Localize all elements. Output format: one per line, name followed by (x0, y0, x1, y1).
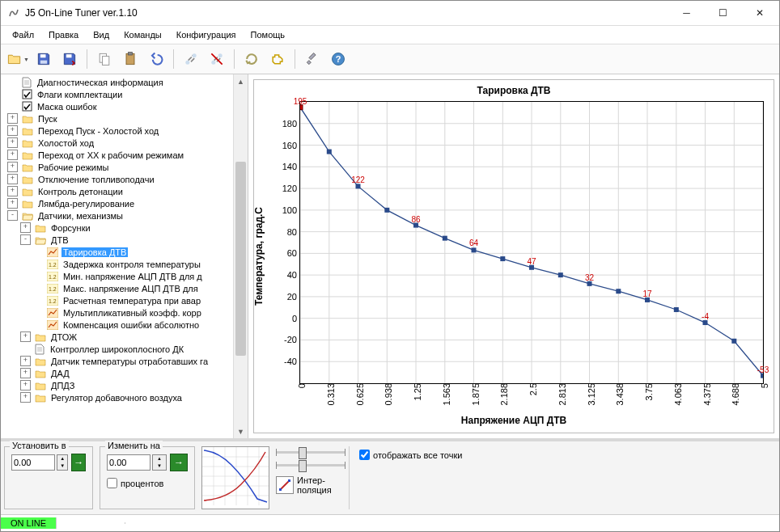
folder-icon (21, 113, 34, 125)
scroll-up-icon[interactable]: ▲ (234, 74, 248, 88)
expand-icon[interactable]: + (7, 150, 18, 160)
tree-view[interactable]: Диагностическая информацияФлаги комплект… (1, 74, 248, 438)
tree-item[interactable]: +Регулятор добавочного воздуха (7, 391, 248, 403)
set-spinner[interactable]: ▲▼ (57, 454, 68, 471)
refresh-button[interactable] (240, 47, 264, 71)
set-input[interactable] (11, 454, 55, 471)
expand-icon[interactable]: + (7, 198, 18, 209)
expand-icon[interactable]: - (7, 210, 18, 221)
disconnect-button[interactable] (205, 47, 229, 71)
tree-item[interactable]: +Переход Пуск - Холостой ход (7, 125, 248, 137)
page-icon (33, 344, 46, 355)
tools-button[interactable] (300, 47, 324, 71)
tree-scrollbar[interactable]: ▲ ▼ (233, 74, 248, 438)
menu-config[interactable]: Конфигурация (170, 28, 243, 41)
folder-icon (21, 162, 34, 173)
folder-icon (34, 392, 47, 403)
save-as-button[interactable] (57, 47, 82, 71)
paste-button[interactable] (118, 47, 142, 71)
tree-item[interactable]: Флаги комплектации (7, 88, 248, 100)
tree-item[interactable]: +Контроль детонации (7, 185, 248, 197)
expand-icon[interactable]: + (7, 174, 18, 184)
chart-plot[interactable]: -40-2002040608010012014016018000.3130.62… (299, 101, 764, 384)
close-button[interactable]: ✕ (741, 2, 778, 25)
tree-item[interactable]: 1.2Расчетная температура при авар (7, 294, 248, 306)
tree-item[interactable]: +Форсунки (7, 222, 248, 234)
chart-icon (46, 247, 59, 258)
menu-view[interactable]: Вид (87, 28, 116, 41)
showall-checkbox-row[interactable]: отображать все точки (359, 450, 462, 460)
expand-icon[interactable]: + (7, 137, 18, 148)
expand-icon[interactable]: + (7, 186, 18, 196)
change-spinner[interactable]: ▲▼ (152, 454, 167, 471)
scroll-down-icon[interactable]: ▼ (234, 424, 248, 438)
tree-item[interactable]: -ДТВ (7, 234, 248, 246)
expand-icon[interactable]: + (20, 356, 31, 366)
help-button[interactable]: ? (326, 47, 350, 71)
expand-icon[interactable]: + (20, 222, 31, 233)
showall-checkbox[interactable] (359, 450, 370, 460)
expand-icon[interactable]: + (20, 380, 31, 391)
expand-icon[interactable]: + (7, 162, 18, 172)
tree-label: ДПДЗ (49, 381, 76, 391)
menu-help[interactable]: Помощь (244, 28, 292, 41)
expand-icon[interactable]: + (7, 113, 18, 124)
tree-item[interactable]: Контроллер широкоплосного ДК (7, 343, 248, 355)
tree-item[interactable]: 1.2Макс. напряжение АЦП ДТВ для (7, 282, 248, 294)
expand-icon[interactable]: + (20, 368, 31, 378)
set-group: Установить в ▲▼ → (4, 446, 93, 509)
svg-rect-56 (327, 150, 332, 154)
svg-rect-6 (129, 53, 133, 55)
tree-label: Датчики, механизмы (36, 211, 125, 221)
tree-item[interactable]: Диагностическая информация (7, 76, 248, 88)
tree-item[interactable]: -Датчики, механизмы (7, 209, 248, 222)
save-button[interactable] (32, 47, 56, 71)
tree-item[interactable]: +Переход от ХХ к рабочим режимам (7, 149, 248, 161)
tree-item[interactable]: +ДТОЖ (7, 331, 248, 343)
tree-item[interactable]: +Рабочие режимы (7, 161, 248, 173)
tree-item[interactable]: Тарировка ДТВ (7, 246, 248, 258)
minimize-button[interactable]: ─ (668, 2, 705, 25)
tree-item[interactable]: 1.2Задержка контроля температуры (7, 258, 248, 270)
interp-button[interactable]: Интер- поляция (276, 475, 345, 495)
tree-item[interactable]: Компенсация ошибки абсолютно (7, 319, 248, 331)
slider-2[interactable] (276, 459, 345, 471)
maximize-button[interactable]: ☐ (705, 2, 741, 25)
svg-text:1.2: 1.2 (49, 262, 57, 268)
menu-file[interactable]: Файл (6, 28, 40, 41)
connect-button[interactable] (179, 47, 203, 71)
copy-button[interactable] (92, 47, 117, 71)
tree-item[interactable]: Маска ошибок (7, 100, 248, 112)
tree-label: Контроль детонации (36, 187, 125, 196)
page-icon (20, 77, 33, 88)
controls-panel: Установить в ▲▼ → Изменить на ▲▼ → проце… (1, 438, 779, 514)
tree-item[interactable]: +Пуск (7, 112, 248, 125)
undo-button[interactable] (144, 47, 168, 71)
expand-icon[interactable]: - (20, 234, 31, 245)
tree-item[interactable]: 1.2Мин. напряжение АЦП ДТВ для д (7, 270, 248, 282)
tree-item[interactable]: +Холостой ход (7, 137, 248, 149)
expand-icon[interactable]: + (20, 331, 31, 342)
slider-1[interactable] (276, 446, 345, 458)
folder-icon (21, 137, 34, 149)
tree-item[interactable]: +Датчик температуры отработавших га (7, 355, 248, 367)
open-button[interactable]: ▼ (6, 47, 30, 71)
percent-checkbox[interactable] (107, 478, 117, 488)
percent-checkbox-row[interactable]: процентов (107, 478, 188, 488)
change-apply-button[interactable]: → (170, 454, 188, 471)
engine-button[interactable] (265, 47, 290, 71)
tree-item[interactable]: +ДПДЗ (7, 379, 248, 391)
set-apply-button[interactable]: → (71, 454, 86, 471)
expand-icon[interactable]: + (20, 392, 31, 403)
menu-commands[interactable]: Команды (117, 28, 168, 41)
expand-icon[interactable]: + (7, 125, 18, 136)
folder-icon (21, 186, 34, 197)
menu-edit[interactable]: Правка (42, 28, 85, 41)
change-input[interactable] (107, 454, 150, 471)
scroll-thumb[interactable] (235, 162, 246, 356)
tree-item[interactable]: +Лямбда-регулирование (7, 197, 248, 209)
tree-item[interactable]: Мультипликативный коэфф. корр (7, 306, 248, 319)
tree-item[interactable]: +ДАД (7, 367, 248, 379)
svg-rect-59 (413, 223, 418, 228)
tree-item[interactable]: +Отключение топливоподачи (7, 173, 248, 185)
